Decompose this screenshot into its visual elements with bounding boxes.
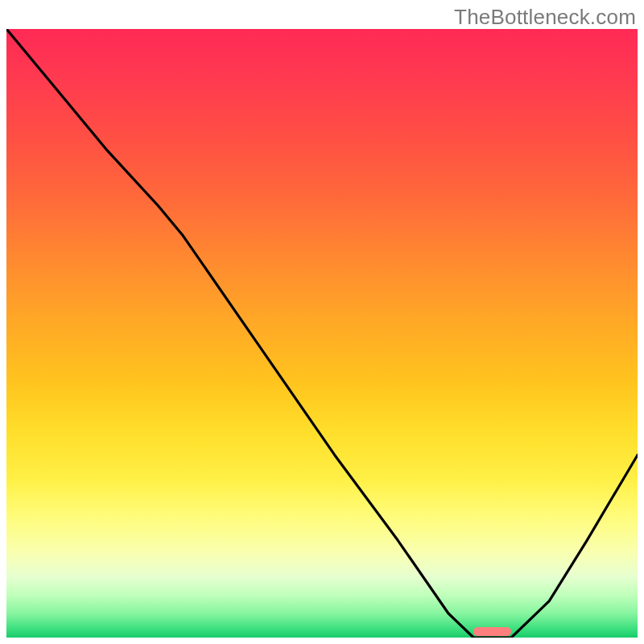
optimal-range-marker [473, 627, 511, 636]
chart-container: TheBottleneck.com [0, 0, 644, 644]
bottleneck-curve [6, 29, 638, 638]
curve-svg [6, 29, 638, 638]
plot-area [6, 29, 638, 638]
watermark-label: TheBottleneck.com [454, 5, 636, 30]
